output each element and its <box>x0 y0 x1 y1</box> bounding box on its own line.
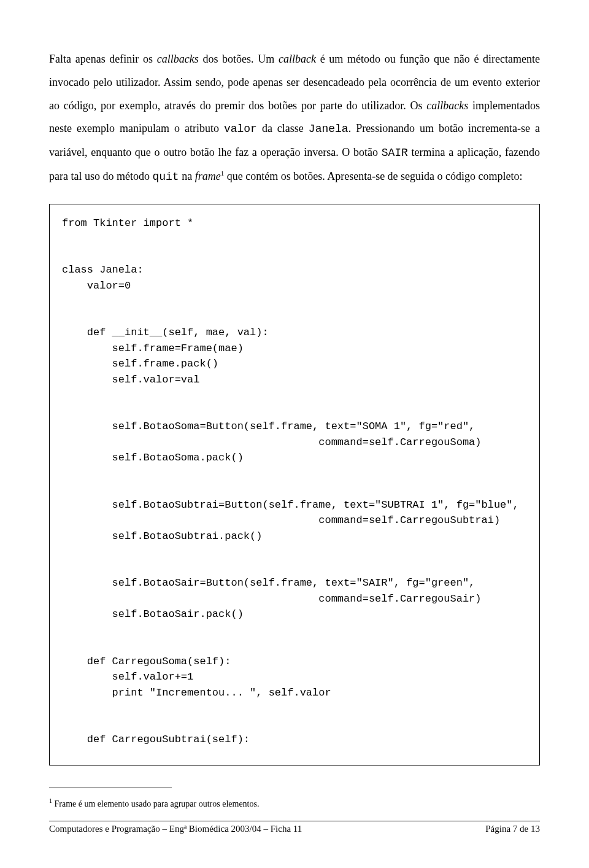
code-sair: SAIR <box>382 147 408 159</box>
paragraph-main: Falta apenas definir os callbacks dos bo… <box>49 48 540 189</box>
footnote-text: Frame é um elemento usado para agrupar o… <box>52 799 259 808</box>
italic-callback: callback <box>279 53 316 65</box>
text: que contém os botões. Apresenta-se de se… <box>224 170 522 182</box>
italic-callbacks-2: callbacks <box>426 99 468 112</box>
italic-callbacks: callbacks <box>157 53 199 65</box>
code-janela: Janela <box>309 123 348 135</box>
text: dos botões. Um <box>199 53 279 65</box>
code-quit: quit <box>152 171 179 183</box>
code-valor: valor <box>224 123 257 135</box>
text: da classe <box>257 122 309 134</box>
footer-separator <box>49 821 540 821</box>
code-content: from Tkinter import * class Janela: valo… <box>62 217 519 746</box>
footnote-separator <box>49 788 172 788</box>
footer-right: Página 7 de 13 <box>485 824 540 834</box>
italic-frame: frame <box>195 170 221 182</box>
page: Falta apenas definir os callbacks dos bo… <box>0 0 589 868</box>
code-listing: from Tkinter import * class Janela: valo… <box>49 204 540 765</box>
text: Falta apenas definir os <box>49 53 157 65</box>
footer-left: Computadores e Programação – Engª Bioméd… <box>49 824 302 834</box>
page-footer: Computadores e Programação – Engª Bioméd… <box>49 824 540 834</box>
footnote-1: 1 Frame é um elemento usado para agrupar… <box>49 797 540 810</box>
text: na <box>179 170 195 182</box>
